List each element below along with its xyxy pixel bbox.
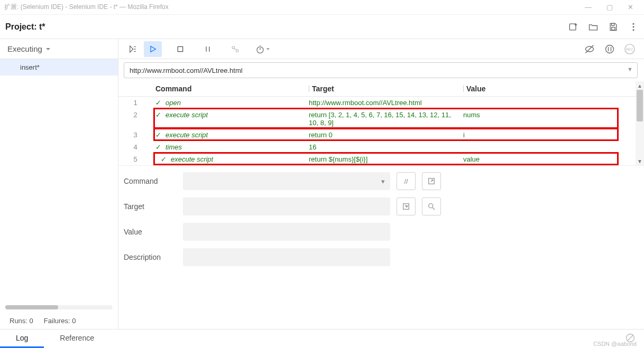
open-project-icon[interactable]	[588, 22, 599, 32]
sidebar-hscroll-thumb[interactable]	[5, 305, 58, 309]
find-target-button[interactable]	[422, 197, 441, 215]
svg-line-31	[433, 208, 435, 210]
tests-header[interactable]: Executing	[0, 39, 118, 59]
col-command: Command	[152, 84, 309, 93]
base-url-input[interactable]: http://www.rmboot.com//AVLtree.html ▼	[124, 62, 638, 78]
runs-stat: Runs: 0	[10, 317, 33, 325]
toggle-comment-button[interactable]: //	[397, 172, 416, 190]
run-all-button[interactable]	[124, 41, 142, 57]
svg-text:REC: REC	[626, 47, 633, 51]
command-detail-form: Command ▾ // Target Value	[118, 165, 644, 268]
svg-marker-12	[151, 46, 155, 52]
col-value: Value	[463, 84, 622, 93]
svg-rect-3	[612, 23, 614, 25]
detail-target-label: Target	[124, 202, 177, 211]
command-text: execute script	[165, 111, 208, 119]
scroll-track[interactable]	[636, 90, 644, 157]
project-toolbar	[568, 22, 639, 32]
detail-value-input[interactable]	[183, 223, 390, 241]
check-icon: ✓	[161, 155, 167, 163]
row-number: 4	[118, 143, 152, 151]
value-cell: nums	[463, 111, 622, 119]
chevron-down-icon[interactable]: ▾	[381, 177, 385, 185]
table-row[interactable]: 1✓openhttp://www.rmboot.com//AVLtree.htm…	[118, 97, 636, 109]
pause-button[interactable]	[199, 41, 217, 57]
detail-command-row: Command ▾ //	[124, 172, 639, 190]
open-reference-button[interactable]	[422, 172, 441, 190]
row-number: 1	[118, 99, 152, 107]
target-cell: http://www.rmboot.com//AVLtree.html	[309, 99, 463, 107]
tests-header-label: Executing	[7, 44, 42, 53]
scroll-down-icon[interactable]: ▼	[636, 157, 644, 165]
col-target: Target	[309, 84, 463, 93]
save-project-icon[interactable]	[608, 22, 619, 32]
svg-point-30	[429, 204, 433, 208]
command-cell: ✓execute script	[152, 111, 309, 119]
check-icon: ✓	[155, 99, 161, 107]
command-cell: ✓times	[152, 143, 309, 151]
detail-command-input[interactable]: ▾	[183, 172, 390, 190]
chevron-down-icon[interactable]: ▼	[627, 66, 633, 72]
detail-value-label: Value	[124, 228, 177, 236]
bottom-tabs: Log Reference CSDN @aabond	[0, 329, 644, 348]
close-button[interactable]: ✕	[628, 3, 633, 11]
detail-description-label: Description	[124, 253, 177, 261]
scroll-thumb[interactable]	[637, 90, 643, 121]
command-vscrollbar[interactable]: ▲ ▼	[636, 81, 644, 165]
detail-description-row: Description	[124, 248, 639, 266]
watermark: CSDN @aabond	[593, 341, 637, 347]
main-split: Executing insert* Runs: 0 Failures: 0	[0, 39, 644, 329]
table-row[interactable]: 4✓times16	[118, 141, 636, 153]
target-cell: return ${nums}[${i}]	[309, 155, 463, 163]
svg-point-5	[633, 23, 634, 24]
command-cell: ✓execute script	[152, 155, 309, 163]
check-icon: ✓	[155, 111, 161, 119]
svg-rect-13	[178, 46, 182, 51]
chevron-down-icon	[45, 46, 51, 52]
sidebar-hscrollbar[interactable]	[5, 305, 113, 309]
record-button[interactable]: REC	[621, 41, 639, 57]
pause-on-exceptions-button[interactable]	[601, 41, 619, 57]
detail-target-row: Target	[124, 197, 639, 215]
run-stats: Runs: 0 Failures: 0	[5, 315, 113, 327]
maximize-button[interactable]: ▢	[606, 3, 613, 11]
window-title: 扩展: (Selenium IDE) - Selenium IDE - t* —…	[4, 3, 169, 12]
table-row[interactable]: 3✓execute scriptreturn 0i	[118, 129, 636, 141]
command-cell: ✓open	[152, 99, 309, 107]
command-text: times	[165, 143, 182, 151]
detail-target-input[interactable]	[183, 197, 390, 215]
detail-description-input[interactable]	[183, 248, 390, 266]
tab-reference[interactable]: Reference	[44, 330, 110, 348]
table-row[interactable]: 5✓execute scriptreturn ${nums}[${i}]valu…	[118, 153, 636, 165]
test-list: insert*	[0, 59, 118, 301]
check-icon: ✓	[155, 131, 161, 139]
project-name: t*	[39, 22, 45, 31]
tab-log[interactable]: Log	[0, 330, 44, 348]
table-row[interactable]: 2✓execute scriptreturn [3, 2, 1, 4, 5, 6…	[118, 109, 636, 129]
select-target-button[interactable]	[397, 197, 416, 215]
svg-point-6	[633, 26, 634, 27]
test-item-insert[interactable]: insert*	[0, 59, 118, 76]
url-row: http://www.rmboot.com//AVLtree.html ▼	[118, 59, 644, 81]
command-text: execute script	[171, 155, 213, 163]
more-menu-icon[interactable]	[628, 22, 639, 32]
target-cell: 16	[309, 143, 463, 151]
check-icon: ✓	[155, 143, 161, 151]
playback-toolbar: REC	[118, 39, 644, 59]
row-number: 5	[118, 155, 152, 163]
scroll-up-icon[interactable]: ▲	[636, 81, 644, 90]
command-header: Command Target Value	[118, 81, 636, 97]
base-url-value: http://www.rmboot.com//AVLtree.html	[130, 67, 243, 74]
step-over-button[interactable]	[226, 41, 244, 57]
row-number: 2	[118, 111, 152, 119]
disable-breakpoints-button[interactable]	[581, 41, 599, 57]
new-project-icon[interactable]	[568, 22, 578, 32]
titlebar: 扩展: (Selenium IDE) - Selenium IDE - t* —…	[0, 0, 644, 15]
target-cell: return [3, 2, 1, 4, 5, 6, 7, 16, 15, 14,…	[309, 111, 463, 127]
run-current-button[interactable]	[144, 41, 162, 57]
minimize-button[interactable]: —	[585, 3, 592, 11]
stop-button[interactable]	[171, 41, 189, 57]
detail-value-row: Value	[124, 223, 639, 241]
svg-rect-4	[612, 27, 615, 30]
speed-button[interactable]	[254, 41, 272, 57]
